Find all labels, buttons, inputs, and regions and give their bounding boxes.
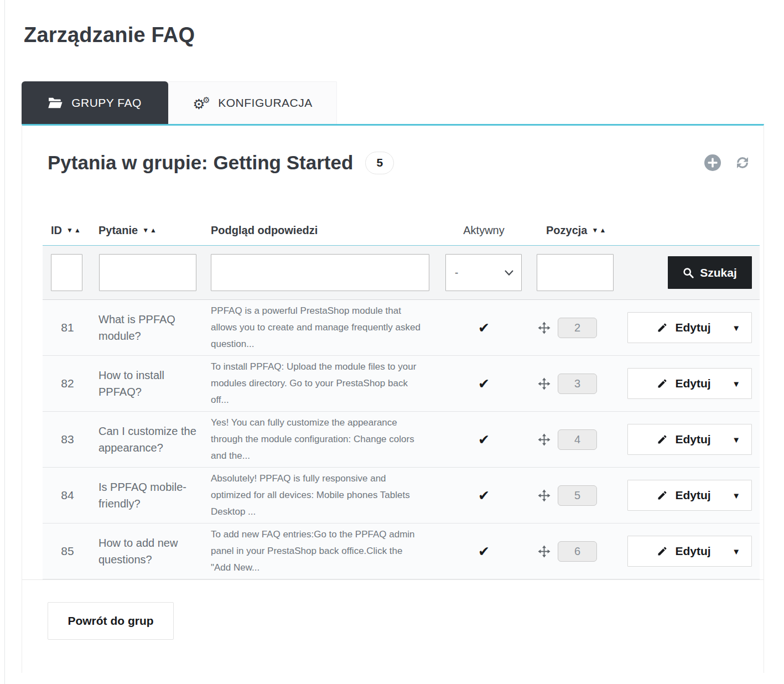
sort-icons[interactable]: ▼▲ <box>142 226 157 234</box>
pencil-icon <box>657 434 668 445</box>
sort-icons[interactable]: ▼▲ <box>66 226 81 234</box>
active-check-icon: ✔ <box>438 320 529 336</box>
row-question: How to install PPFAQ? <box>92 367 204 400</box>
row-answer-preview: Absolutely! PPFAQ is fully responsive an… <box>204 470 438 520</box>
column-header-answer-preview: Podgląd odpowiedzi <box>204 224 438 237</box>
caret-down-icon[interactable]: ▼ <box>732 435 740 444</box>
table-header-row: ID ▼▲ Pytanie ▼▲ Podgląd odpowiedzi Akty… <box>43 215 760 246</box>
back-to-groups-button[interactable]: Powrót do grup <box>48 602 174 640</box>
position-input[interactable]: 4 <box>558 429 597 450</box>
position-input[interactable]: 2 <box>558 318 597 338</box>
column-header-active: Aktywny <box>438 224 529 237</box>
group-questions-heading: Pytania w grupie: Getting Started <box>48 149 353 177</box>
caret-down-icon[interactable]: ▼ <box>732 323 740 333</box>
add-question-icon[interactable] <box>704 154 721 171</box>
pencil-icon <box>657 490 668 501</box>
caret-down-icon[interactable]: ▼ <box>732 547 740 556</box>
edit-button-label: Edytuj <box>675 545 710 558</box>
pencil-icon <box>657 378 668 389</box>
folder-open-icon <box>48 97 63 109</box>
row-position: 5 <box>529 485 621 506</box>
edit-button-label: Edytuj <box>675 377 710 390</box>
active-check-icon: ✔ <box>438 376 529 392</box>
row-position: 2 <box>529 318 621 338</box>
row-id: 82 <box>43 377 92 390</box>
tab-label: KONFIGURACJA <box>218 96 313 110</box>
question-count-badge: 5 <box>365 152 394 174</box>
tab-content-panel: Pytania w grupie: Getting Started 5 <box>22 124 764 673</box>
edit-button-label: Edytuj <box>675 321 710 334</box>
column-header-question[interactable]: Pytanie ▼▲ <box>92 224 204 237</box>
tab-konfiguracja[interactable]: ⚙ ⚙ KONFIGURACJA <box>168 81 337 124</box>
row-id: 84 <box>43 489 92 502</box>
move-handle-icon[interactable] <box>538 322 551 334</box>
position-input[interactable]: 6 <box>558 541 597 562</box>
filter-answer-input[interactable] <box>211 254 429 291</box>
panel-footer: Powrót do grup <box>22 580 764 673</box>
edit-button[interactable]: Edytuj ▼ <box>627 424 752 455</box>
tab-label: GRUPY FAQ <box>71 96 142 110</box>
row-question: Can I customize the appearance? <box>92 423 204 456</box>
row-answer-preview: PPFAQ is a powerful PrestaShop module th… <box>204 303 438 353</box>
table-row: 83 Can I customize the appearance? Yes! … <box>43 412 760 468</box>
pencil-icon <box>657 546 668 557</box>
edit-button-label: Edytuj <box>675 433 710 446</box>
active-check-icon: ✔ <box>438 432 529 448</box>
row-answer-preview: To install PPFAQ: Upload the module file… <box>204 359 438 408</box>
edit-button[interactable]: Edytuj ▼ <box>627 368 752 399</box>
filter-question-input[interactable] <box>99 254 196 291</box>
filter-row: - Szukaj <box>43 246 760 300</box>
row-question: Is PPFAQ mobile-friendly? <box>92 479 204 512</box>
row-position: 4 <box>529 429 621 450</box>
refresh-icon[interactable] <box>734 154 751 171</box>
filter-id-input[interactable] <box>51 254 82 291</box>
panel-body: Pytania w grupie: Getting Started 5 <box>22 126 764 580</box>
move-handle-icon[interactable] <box>538 377 551 390</box>
position-input[interactable]: 3 <box>558 374 597 394</box>
edit-button[interactable]: Edytuj ▼ <box>627 480 752 511</box>
row-id: 83 <box>43 433 92 446</box>
move-handle-icon[interactable] <box>538 545 551 558</box>
search-button[interactable]: Szukaj <box>668 256 752 289</box>
edit-button[interactable]: Edytuj ▼ <box>627 536 752 567</box>
edit-button-label: Edytuj <box>675 489 710 502</box>
filter-active-select[interactable]: - <box>445 254 522 291</box>
row-position: 3 <box>529 374 621 394</box>
table-row: 85 How to add new questions? To add new … <box>43 524 760 579</box>
panel-actions <box>704 154 751 171</box>
move-handle-icon[interactable] <box>538 433 551 446</box>
row-id: 85 <box>43 545 92 558</box>
questions-table: ID ▼▲ Pytanie ▼▲ Podgląd odpowiedzi Akty… <box>43 215 760 579</box>
position-input[interactable]: 5 <box>558 485 597 506</box>
row-answer-preview: To add new FAQ entries:Go to the PPFAQ a… <box>204 526 438 576</box>
row-question: How to add new questions? <box>92 535 204 568</box>
pencil-icon <box>657 322 668 333</box>
row-answer-preview: Yes! You can fully customize the appeara… <box>204 414 438 464</box>
table-row: 82 How to install PPFAQ? To install PPFA… <box>43 356 760 412</box>
filter-position-input[interactable] <box>537 254 614 291</box>
search-icon <box>683 267 694 278</box>
move-handle-icon[interactable] <box>538 489 551 502</box>
caret-down-icon[interactable]: ▼ <box>732 379 740 388</box>
gears-icon: ⚙ ⚙ <box>193 95 209 111</box>
chevron-down-icon <box>505 270 513 276</box>
table-row: 84 Is PPFAQ mobile-friendly? Absolutely!… <box>43 468 760 524</box>
row-position: 6 <box>529 541 621 562</box>
row-id: 81 <box>43 321 92 334</box>
active-check-icon: ✔ <box>438 488 529 504</box>
tab-grupy-faq[interactable]: GRUPY FAQ <box>22 81 168 124</box>
panel-header: Pytania w grupie: Getting Started 5 <box>48 149 759 177</box>
column-header-position[interactable]: Pozycja ▼▲ <box>529 224 621 237</box>
caret-down-icon[interactable]: ▼ <box>732 491 740 500</box>
table-row: 81 What is PPFAQ module? PPFAQ is a powe… <box>43 300 760 356</box>
page-container: Zarządzanie FAQ GRUPY FAQ ⚙ ⚙ KONFIGURAC… <box>4 0 784 684</box>
row-question: What is PPFAQ module? <box>92 311 204 344</box>
tab-bar: GRUPY FAQ ⚙ ⚙ KONFIGURACJA <box>22 81 784 124</box>
page-title: Zarządzanie FAQ <box>5 0 784 47</box>
edit-button[interactable]: Edytuj ▼ <box>627 312 752 343</box>
sort-icons[interactable]: ▼▲ <box>591 226 606 234</box>
active-check-icon: ✔ <box>438 543 529 559</box>
column-header-id[interactable]: ID ▼▲ <box>43 224 92 237</box>
